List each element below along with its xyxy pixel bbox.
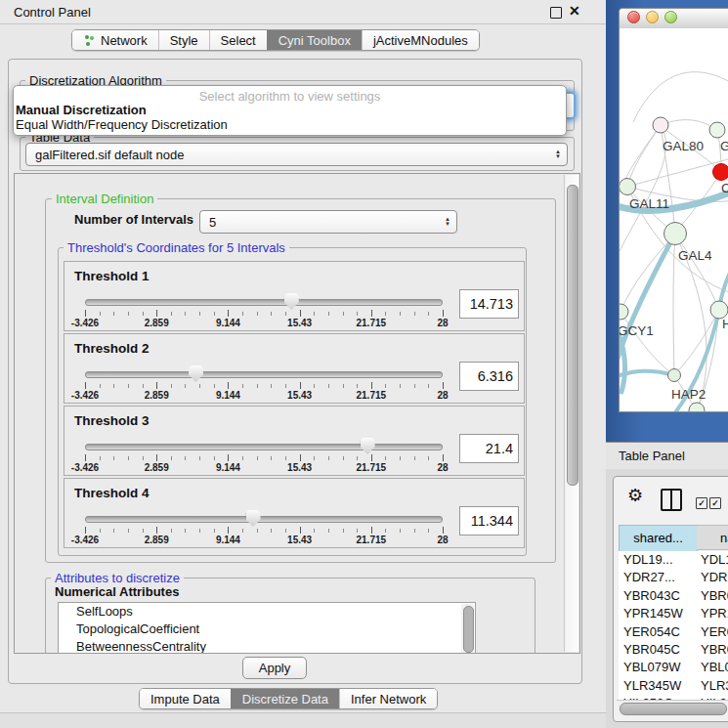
mac-minimize-button[interactable]	[646, 11, 659, 23]
settings-scroll-pane: Interval Definition Number of Intervals …	[14, 173, 580, 654]
cell-shared-name[interactable]: YBR043C	[619, 587, 697, 605]
cell-name[interactable]: YDL1	[697, 551, 728, 569]
tick-label: 9.144	[216, 390, 240, 401]
threshold-slider[interactable]: -3.4262.8599.14415.4321.71528	[85, 297, 443, 326]
gear-icon[interactable]: ⚙	[627, 485, 643, 506]
cell-shared-name[interactable]: YDR27...	[619, 569, 697, 586]
table-row[interactable]: YBR045CYBR0	[619, 641, 728, 659]
cell-name[interactable]: YBR0	[697, 587, 728, 605]
combo-stepper-icon[interactable]: ▲▼	[555, 150, 561, 159]
cell-shared-name[interactable]: YPR145W	[619, 605, 697, 622]
table-horizontal-scrollbar[interactable]	[617, 700, 728, 716]
network-node[interactable]	[653, 117, 668, 133]
node-label: GAL4	[678, 248, 712, 263]
threshold-slider[interactable]: -3.4262.8599.14415.4321.71528	[85, 514, 443, 543]
cell-name[interactable]: YBR0	[697, 641, 728, 659]
table-row[interactable]: YER054CYER0	[619, 623, 728, 641]
attribute-item[interactable]: SelfLoops	[59, 603, 475, 621]
algorithm-option-equal-width[interactable]: Equal Width/Frequency Discretization	[16, 117, 228, 132]
cell-shared-name[interactable]: YBR045C	[619, 641, 697, 659]
checkbox-icon[interactable]: ✓	[696, 497, 707, 509]
numerical-attributes-label: Numerical Attributes	[55, 584, 179, 599]
combo-stepper-icon[interactable]: ▲▼	[445, 217, 450, 227]
interval-definition-group-title: Interval Definition	[52, 192, 157, 206]
close-icon[interactable]: ✕	[569, 3, 580, 19]
tab-discretize-data[interactable]: Discretize Data	[231, 689, 339, 708]
node-label: GAL80	[663, 139, 704, 153]
settings-vertical-scrollbar[interactable]	[564, 175, 578, 652]
cell-shared-name[interactable]: YBL079W	[619, 659, 697, 676]
slider-track[interactable]	[85, 444, 443, 450]
cell-shared-name[interactable]: YLR345W	[619, 677, 697, 695]
float-window-icon[interactable]	[550, 7, 562, 19]
apply-button[interactable]: Apply	[242, 657, 307, 679]
threshold-label: Threshold 2	[74, 341, 150, 356]
tab-jactivemnodules[interactable]: jActiveMNodules	[362, 30, 479, 50]
slider-track[interactable]	[85, 371, 443, 378]
network-node[interactable]	[664, 223, 687, 245]
network-node[interactable]	[713, 164, 728, 181]
cell-name[interactable]: YPR1	[697, 605, 728, 622]
network-node[interactable]	[709, 122, 725, 138]
slider-thumb[interactable]	[361, 438, 375, 454]
tab-style[interactable]: Style	[158, 30, 209, 50]
column-layout-icon[interactable]	[661, 489, 682, 511]
threshold-slider[interactable]: -3.4262.8599.14415.4321.71528	[85, 369, 443, 399]
table-row[interactable]: YDR27...YDR2	[619, 569, 728, 586]
number-of-intervals-combo[interactable]: 5 ▲▼	[199, 210, 457, 234]
cell-name[interactable]: YDR2	[697, 569, 728, 586]
table-row[interactable]: YPR145WYPR1	[619, 605, 728, 622]
column-header-shared-name[interactable]: shared...	[619, 525, 698, 552]
tick-label: 2.859	[145, 462, 169, 473]
cell-name[interactable]: YLR3	[697, 677, 728, 695]
cell-name[interactable]: YER0	[697, 623, 728, 641]
tab-impute-data[interactable]: Impute Data	[140, 689, 231, 708]
table-data-combo[interactable]: galFiltered.sif default node ▲▼	[25, 143, 568, 166]
cell-shared-name[interactable]: YDL19...	[619, 551, 697, 569]
cell-name[interactable]: YBL0	[697, 659, 728, 676]
threshold-value-field[interactable]: 21.4	[459, 434, 519, 463]
tab-cyni-toolbox[interactable]: Cyni Toolbox	[267, 30, 362, 50]
network-node[interactable]	[620, 179, 636, 195]
table-row[interactable]: YBL079WYBL0	[619, 659, 728, 676]
slider-thumb[interactable]	[284, 293, 299, 310]
table-row[interactable]: YDL19...YDL1	[619, 551, 728, 569]
tab-infer-network[interactable]: Infer Network	[339, 689, 437, 708]
network-node[interactable]	[668, 369, 681, 382]
slider-ticks	[85, 382, 443, 390]
column-header-name[interactable]: na	[697, 525, 728, 550]
mac-close-button[interactable]	[627, 11, 640, 23]
slider-thumb[interactable]	[189, 365, 203, 382]
attribute-item[interactable]: BetweennessCentrality	[59, 638, 475, 654]
threshold-value-field[interactable]: 14.713	[459, 289, 519, 319]
tick-label: 15.43	[287, 535, 312, 545]
slider-ticks	[85, 527, 443, 535]
attributes-list-scrollbar[interactable]	[461, 604, 474, 654]
mac-zoom-button[interactable]	[664, 11, 677, 23]
network-node[interactable]	[620, 304, 628, 320]
tab-network[interactable]: Network	[72, 30, 158, 50]
threshold-slider[interactable]: -3.4262.8599.14415.4321.71528	[85, 442, 443, 471]
scrollbar-thumb[interactable]	[567, 185, 578, 486]
tick-label: 2.859	[145, 535, 169, 545]
algorithm-option-manual[interactable]: Manual Discretization	[16, 103, 147, 117]
slider-thumb[interactable]	[246, 510, 261, 527]
top-tab-bar: NetworkStyleSelectCyni ToolboxjActiveMNo…	[71, 29, 480, 51]
table-row[interactable]: YBR043CYBR0	[619, 587, 728, 605]
cell-shared-name[interactable]: YER054C	[619, 623, 697, 641]
network-node[interactable]	[689, 403, 705, 411]
attribute-item[interactable]: TopologicalCoefficient	[59, 621, 475, 638]
threshold-value-field[interactable]: 11.344	[459, 506, 519, 535]
slider-track[interactable]	[85, 299, 443, 306]
threshold-value-field[interactable]: 6.316	[459, 362, 519, 391]
numerical-attributes-list[interactable]: SelfLoopsTopologicalCoefficientBetweenne…	[58, 602, 476, 654]
node-label: GCY1	[620, 323, 654, 338]
scrollbar-thumb[interactable]	[620, 703, 727, 715]
network-canvas[interactable]: GAL80GCGAL11GAL4GCY1HHAP2	[620, 28, 728, 411]
table-row[interactable]: YLR345WYLR3	[619, 677, 728, 695]
checkbox-icon[interactable]: ✓	[709, 497, 721, 509]
slider-track[interactable]	[85, 516, 443, 523]
tab-select[interactable]: Select	[209, 30, 267, 50]
threshold-panel: Threshold 4 11.344 -3.4262.8599.14415.43…	[64, 478, 525, 548]
threshold-label: Threshold 3	[74, 413, 150, 428]
